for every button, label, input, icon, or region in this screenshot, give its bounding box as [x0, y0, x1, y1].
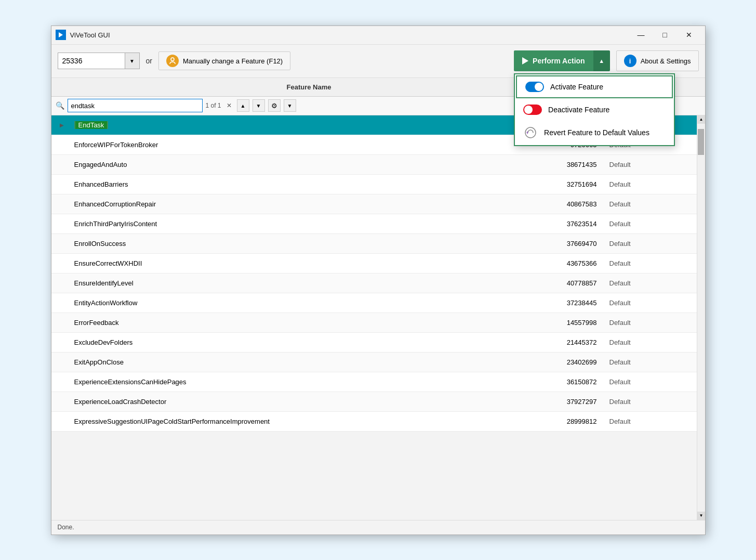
row-feature-name: ExitAppOnClose — [72, 358, 538, 366]
manual-change-label: Manually change a Feature (F12) — [183, 57, 283, 65]
revert-feature-label: Revert Feature to Default Values — [544, 128, 649, 137]
table-row[interactable]: EngagedAndAuto 38671435 Default — [51, 155, 697, 175]
close-button[interactable]: ✕ — [677, 25, 701, 44]
title-bar: ViVeTool GUI — □ ✕ — [51, 26, 705, 45]
row-feature-id: 23402699 — [538, 358, 605, 366]
deactivate-feature-label: Deactivate Feature — [548, 106, 609, 114]
maximize-button[interactable]: □ — [653, 25, 677, 44]
row-feature-state: Default — [605, 180, 688, 188]
search-input[interactable] — [68, 99, 203, 112]
feature-id-input[interactable]: 25336 — [58, 53, 125, 69]
table-row[interactable]: ExitAppOnClose 23402699 Default — [51, 353, 697, 372]
svg-point-2 — [171, 58, 174, 61]
activate-toggle-icon — [525, 82, 544, 92]
table-body[interactable]: ▶ EndTask Enabled EnforceWIPForTokenBrok… — [51, 115, 697, 520]
row-feature-state: Default — [605, 161, 688, 168]
search-expand-button[interactable]: ▼ — [284, 99, 296, 112]
table-row[interactable]: EnsureIdentifyLevel 40778857 Default — [51, 274, 697, 293]
scrollbar-thumb[interactable] — [698, 129, 704, 155]
info-icon: i — [624, 55, 636, 67]
scrollbar-up-button[interactable]: ▲ — [697, 115, 705, 124]
row-feature-name: ExperienceExtensionsCanHidePages — [72, 378, 538, 386]
row-feature-state: Default — [605, 240, 688, 248]
row-feature-name: EnhancedCorruptionRepair — [72, 200, 538, 208]
row-feature-id: 37238445 — [538, 299, 605, 307]
perform-action-dropdown: Activate Feature Deactivate Feature Reve — [514, 73, 675, 146]
revert-feature-item[interactable]: Revert Feature to Default Values — [515, 120, 674, 145]
table-row[interactable]: ExcludeDevFolders 21445372 Default — [51, 333, 697, 353]
search-prev-button[interactable]: ▲ — [237, 99, 249, 112]
row-feature-id: 40778857 — [538, 279, 605, 287]
search-settings-button[interactable]: ⚙ — [268, 99, 281, 112]
row-feature-name: EngagedAndAuto — [72, 161, 538, 168]
row-feature-name: EnsureCorrectWXHDII — [72, 259, 538, 267]
revert-icon — [523, 125, 538, 140]
perform-action-arrow-button[interactable]: ▲ — [593, 50, 610, 71]
toolbar: 25336 ▼ or Manually change a Feature (F1… — [51, 45, 705, 78]
activate-feature-item[interactable]: Activate Feature — [516, 75, 673, 98]
row-feature-name: ExperienceLoadCrashDetector — [72, 398, 538, 406]
window-controls: — □ ✕ — [629, 25, 701, 44]
row-feature-name: EndTask — [72, 121, 538, 129]
row-feature-state: Default — [605, 358, 688, 366]
window-title: ViVeTool GUI — [70, 31, 629, 39]
perform-action-label: Perform Action — [533, 57, 585, 65]
row-feature-id: 37623514 — [538, 220, 605, 228]
deactivate-toggle-icon — [523, 105, 542, 115]
vertical-scrollbar[interactable]: ▲ ▼ — [697, 115, 705, 520]
manual-icon — [166, 55, 179, 67]
table-row[interactable]: EnhancedCorruptionRepair 40867583 Defaul… — [51, 194, 697, 214]
search-next-button[interactable]: ▼ — [253, 99, 265, 112]
row-feature-name: EnsureIdentifyLevel — [72, 279, 538, 287]
row-feature-state: Default — [605, 418, 688, 425]
selected-name-highlight: EndTask — [74, 121, 109, 129]
row-feature-state: Default — [605, 200, 688, 208]
table-row[interactable]: EnrichThirdPartyIrisContent 37623514 Def… — [51, 214, 697, 234]
row-feature-name: ExpressiveSuggestionUIPageColdStartPerfo… — [72, 418, 538, 425]
activate-feature-label: Activate Feature — [550, 83, 603, 91]
row-feature-id: 37669470 — [538, 240, 605, 248]
table-row[interactable]: ErrorFeedback 14557998 Default — [51, 313, 697, 333]
row-feature-name: EnrollOnSuccess — [72, 240, 538, 248]
deactivate-feature-item[interactable]: Deactivate Feature — [515, 99, 674, 120]
row-feature-state: Default — [605, 259, 688, 267]
table-row[interactable]: EnsureCorrectWXHDII 43675366 Default — [51, 254, 697, 274]
table-row[interactable]: EnrollOnSuccess 37669470 Default — [51, 234, 697, 254]
expand-arrow-icon: ▶ — [60, 122, 64, 128]
minimize-button[interactable]: — — [629, 25, 653, 44]
scrollbar-track[interactable] — [697, 124, 705, 512]
manual-change-button[interactable]: Manually change a Feature (F12) — [158, 51, 290, 70]
row-feature-name: ExcludeDevFolders — [72, 338, 538, 346]
row-feature-name: EnforceWIPForTokenBroker — [72, 141, 538, 149]
play-icon — [522, 57, 528, 64]
row-feature-id: 43675366 — [538, 259, 605, 267]
row-feature-state: Default — [605, 398, 688, 406]
row-feature-id: 36150872 — [538, 378, 605, 386]
row-feature-state: Default — [605, 378, 688, 386]
about-settings-label: About & Settings — [641, 57, 691, 65]
about-settings-button[interactable]: i About & Settings — [616, 50, 699, 71]
row-feature-id: 28999812 — [538, 418, 605, 425]
table-row[interactable]: EnhancedBarriers 32751694 Default — [51, 175, 697, 194]
perform-action-button[interactable]: Perform Action — [514, 50, 593, 71]
search-clear-button[interactable]: ✕ — [224, 101, 234, 110]
row-feature-id: 21445372 — [538, 338, 605, 346]
search-count: 1 of 1 — [206, 102, 221, 109]
row-feature-name: EnrichThirdPartyIrisContent — [72, 220, 538, 228]
row-feature-state: Default — [605, 279, 688, 287]
row-feature-name: EnhancedBarriers — [72, 180, 538, 188]
row-feature-state: Default — [605, 220, 688, 228]
feature-id-dropdown[interactable]: ▼ — [125, 53, 140, 69]
table-row[interactable]: ExperienceExtensionsCanHidePages 3615087… — [51, 372, 697, 392]
or-label: or — [146, 57, 152, 65]
table-row[interactable]: ExpressiveSuggestionUIPageColdStartPerfo… — [51, 412, 697, 432]
row-expand[interactable]: ▶ — [51, 122, 72, 128]
perform-action-group: Perform Action ▲ Activate Feature Deacti… — [514, 50, 610, 71]
svg-marker-4 — [526, 131, 528, 134]
table-row[interactable]: ExperienceLoadCrashDetector 37927297 Def… — [51, 392, 697, 412]
search-icon: 🔍 — [56, 101, 64, 110]
main-window: ViVeTool GUI — □ ✕ 25336 ▼ or Manually c… — [51, 25, 706, 535]
table-row[interactable]: EntityActionWorkflow 37238445 Default — [51, 293, 697, 313]
row-feature-id: 37927297 — [538, 398, 605, 406]
scrollbar-down-button[interactable]: ▼ — [697, 512, 705, 520]
